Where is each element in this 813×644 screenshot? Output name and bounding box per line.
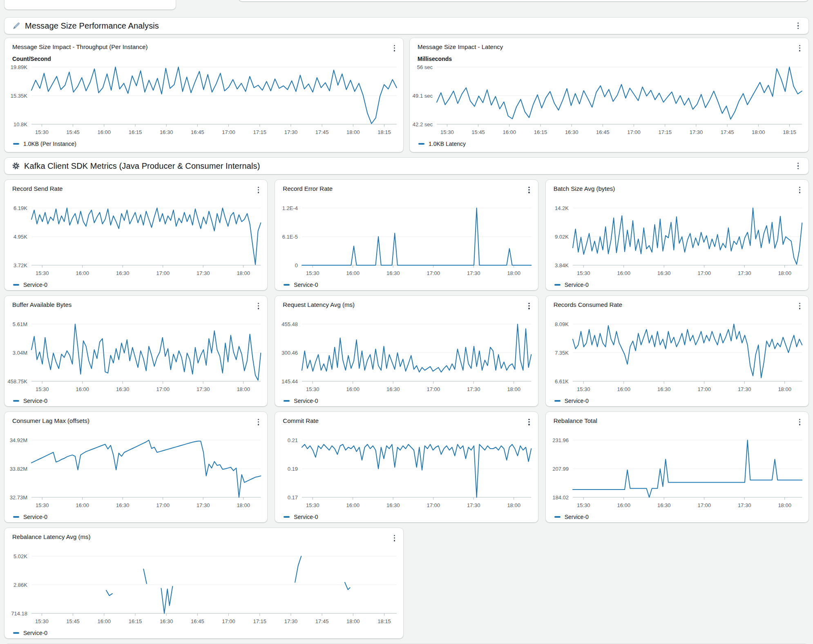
x-tick-label: 18:00: [752, 129, 765, 135]
chart-legend: Service-0: [4, 626, 403, 636]
section-header-message-size: Message Size Performance Analysis: [4, 17, 809, 34]
partial-panel-top-right: [238, 0, 809, 2]
y-tick-label: 49.1 sec: [413, 92, 433, 98]
pencil-icon: [12, 21, 21, 30]
section-title: Kafka Client SDK Metrics (Java Producer …: [24, 161, 795, 171]
x-tick-label: 18:00: [346, 129, 360, 135]
chart-legend: Service-0: [546, 278, 809, 288]
chart-legend: Service-0: [546, 510, 809, 520]
legend-label: Service-0: [23, 282, 47, 288]
x-tick-label: 16:30: [116, 502, 130, 508]
x-tick-label: 17:00: [697, 386, 711, 392]
chart-panel-records-consumed-rate: Records Consumed Rate8.09K7.35K6.61K15:3…: [545, 295, 809, 407]
kebab-menu-icon[interactable]: [391, 533, 398, 543]
x-tick-label: 16:15: [129, 618, 142, 624]
kebab-menu-icon[interactable]: [526, 417, 532, 427]
x-tick-label: 16:45: [191, 618, 204, 624]
legend-dash-icon: [13, 516, 19, 518]
x-tick-label: 18:00: [778, 386, 791, 392]
x-tick-label: 15:30: [36, 502, 49, 508]
chart-title: Record Send Rate: [12, 185, 63, 192]
chart-title: Record Error Rate: [283, 185, 333, 192]
legend-dash-icon: [554, 516, 561, 518]
y-tick-label: 145.44: [282, 378, 298, 384]
chart-panel-record-error-rate: Record Error Rate1.2E-46.1E-5015:3016:00…: [275, 179, 538, 291]
x-tick-label: 18:00: [237, 502, 250, 508]
legend-label: Service-0: [565, 282, 589, 288]
y-tick-label: 1.2E-4: [282, 205, 298, 211]
chart-panel-header: Records Consumed Rate: [546, 296, 809, 311]
kebab-menu-icon[interactable]: [526, 185, 532, 195]
x-tick-label: 18:00: [507, 386, 521, 392]
y-tick-label: 5.02K: [13, 553, 27, 559]
x-tick-label: 17:30: [738, 502, 751, 508]
kebab-menu-icon[interactable]: [797, 185, 803, 195]
chart-plot: 8.09K7.35K6.61K15:3016:0016:3017:0017:30…: [546, 319, 809, 394]
chart-plot: 0.210.190.1715:3016:0016:3017:0017:3018:…: [275, 435, 538, 510]
x-tick-label: 18:00: [237, 386, 250, 392]
x-tick-label: 16:15: [129, 129, 142, 135]
data-line-service-0: [295, 556, 301, 582]
chart-plot: 34.92M33.82M32.73M15:3016:0016:3017:0017…: [4, 435, 267, 510]
plot-spacer: [546, 311, 809, 319]
x-tick-label: 16:00: [346, 502, 360, 508]
chart-panel-msg-latency: Message Size Impact - LatencyMillisecond…: [409, 38, 809, 152]
data-line-service-0: [161, 586, 173, 613]
data-line-service-0: [143, 569, 147, 584]
chart-panel-consumer-lag-max: Consumer Lag Max (offsets)34.92M33.82M32…: [4, 411, 268, 523]
y-tick-label: 0: [295, 262, 298, 268]
y-tick-label: 5.61M: [13, 321, 27, 327]
x-tick-label: 17:30: [467, 386, 480, 392]
x-tick-label: 18:00: [778, 270, 791, 276]
legend-dash-icon: [284, 284, 290, 286]
x-tick-label: 16:30: [386, 502, 400, 508]
legend-dash-icon: [284, 516, 290, 518]
x-tick-label: 17:45: [315, 618, 329, 624]
chart-legend: Service-0: [4, 278, 267, 288]
kebab-menu-icon[interactable]: [797, 417, 803, 427]
data-line-1-0kb-latency: [437, 67, 802, 119]
clipped-panel-strip: [4, 0, 809, 14]
kebab-menu-icon[interactable]: [795, 21, 801, 31]
chart-plot: 1.2E-46.1E-5015:3016:0016:3017:0017:3018…: [275, 203, 538, 278]
kebab-menu-icon[interactable]: [255, 417, 261, 427]
x-tick-label: 16:30: [565, 129, 578, 135]
y-tick-label: 7.35K: [555, 349, 569, 356]
y-axis-unit-label: Milliseconds: [410, 53, 809, 62]
legend-label: Service-0: [565, 398, 589, 404]
x-tick-label: 17:00: [427, 502, 440, 508]
legend-label: Service-0: [565, 514, 589, 520]
y-tick-label: 300.46: [282, 349, 298, 356]
x-tick-label: 16:00: [617, 270, 630, 276]
x-tick-label: 17:30: [197, 270, 210, 276]
kebab-menu-icon[interactable]: [797, 43, 803, 53]
plot-spacer: [546, 427, 809, 435]
x-tick-label: 17:45: [721, 129, 734, 135]
data-line-service-0: [31, 208, 261, 264]
x-tick-label: 17:00: [697, 502, 711, 508]
x-tick-label: 17:30: [690, 129, 703, 135]
x-tick-label: 15:30: [577, 386, 590, 392]
chart-panel-header: Message Size Impact - Latency: [410, 38, 809, 53]
x-tick-label: 18:00: [346, 618, 360, 624]
x-tick-label: 18:00: [507, 502, 521, 508]
chart-plot: 56 sec49.1 sec42.2 sec15:3015:4516:0016:…: [410, 62, 809, 137]
chart-title: Message Size Impact - Latency: [418, 43, 503, 50]
y-tick-label: 3.72K: [13, 262, 27, 268]
chart-title: Records Consumed Rate: [554, 301, 622, 308]
chart-legend: Service-0: [4, 394, 267, 404]
y-tick-label: 184.02: [552, 494, 569, 500]
x-tick-label: 15:45: [471, 129, 485, 135]
plot-spacer: [275, 195, 538, 203]
kebab-menu-icon[interactable]: [255, 185, 261, 195]
x-tick-label: 16:00: [617, 502, 630, 508]
legend-dash-icon: [13, 143, 19, 145]
y-axis-unit-label: Count/Second: [4, 53, 403, 62]
chart-panel-request-latency-avg: Request Latency Avg (ms)455.48300.46145.…: [275, 295, 538, 407]
kebab-menu-icon[interactable]: [391, 43, 398, 53]
kebab-menu-icon[interactable]: [797, 301, 803, 311]
kebab-menu-icon[interactable]: [255, 301, 261, 311]
kebab-menu-icon[interactable]: [795, 161, 801, 171]
kebab-menu-icon[interactable]: [526, 301, 532, 311]
y-tick-label: 0.21: [288, 437, 298, 443]
